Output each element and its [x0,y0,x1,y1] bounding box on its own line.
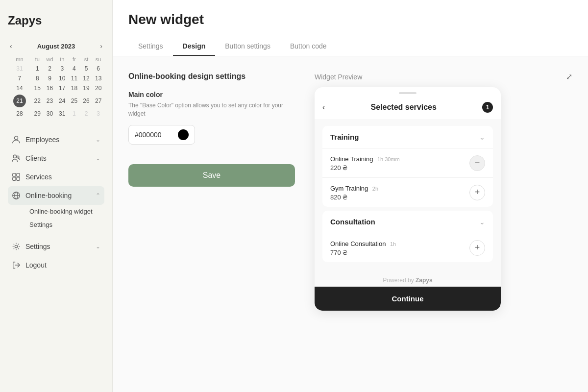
tab-design[interactable]: Design [173,37,216,56]
calendar-day[interactable]: 24 [56,93,68,109]
chevron-down-icon: ⌄ [96,243,100,250]
service-name-row: Online Training 1h 30mm [330,154,400,163]
service-price: 770 ₴ [330,249,396,256]
category-header-training[interactable]: Training ⌄ [322,126,493,148]
category-header-consultation[interactable]: Consultation ⌄ [322,211,493,233]
calendar-day[interactable]: 15 [31,83,44,93]
sidebar-item-services[interactable]: Services [8,168,104,186]
design-panel: Online-booking design settings Main colo… [128,72,295,376]
calendar-day[interactable]: 14 [8,83,31,93]
calendar-day[interactable]: 29 [31,109,44,119]
service-info: Gym Training 2h 820 ₴ [330,184,378,201]
sidebar-item-services-label: Services [25,173,52,181]
calendar-day[interactable]: 3 [56,64,68,74]
widget-back-button[interactable]: ‹ [322,103,325,112]
svg-point-0 [14,136,18,140]
people-icon [12,154,21,163]
widget-handle [315,87,501,97]
color-description: The "Base Color" option allows you to se… [128,101,295,118]
calendar-day[interactable]: 19 [80,83,93,93]
calendar-day[interactable]: 10 [56,74,68,83]
sidebar-item-clients[interactable]: Clients ⌄ [8,149,104,168]
chevron-down-icon: ⌄ [96,136,100,143]
service-name-row: Gym Training 2h [330,184,378,193]
weekday-wd: wd [44,55,56,64]
calendar-day[interactable]: 21 [8,93,31,109]
svg-rect-6 [17,177,20,180]
online-booking-sub-items: Online-booking widget Settings [8,205,104,231]
calendar-day[interactable]: 30 [44,109,56,119]
main-header: New widget Settings Design Button settin… [113,0,588,56]
chevron-down-icon: ⌄ [479,133,485,141]
calendar-day[interactable]: 18 [68,83,80,93]
calendar-day[interactable]: 3 [92,109,104,119]
calendar-day[interactable]: 11 [68,74,80,83]
sidebar-item-logout[interactable]: Logout [8,256,104,274]
sidebar-item-settings-label: Settings [25,243,50,250]
sidebar-item-employees-label: Employees [25,136,59,144]
service-item-gym-training: Gym Training 2h 820 ₴ + [322,177,493,207]
service-category-consultation: Consultation ⌄ Online Consultation 1h 77… [322,211,493,262]
save-button[interactable]: Save [128,164,295,187]
tab-button-settings[interactable]: Button settings [215,37,280,56]
sidebar-sub-item-widget[interactable]: Online-booking widget [25,205,104,218]
color-input[interactable] [135,131,174,139]
color-section: Main color The "Base Color" option allow… [128,91,295,145]
calendar-day[interactable]: 20 [92,83,104,93]
service-add-button[interactable]: + [469,185,485,200]
calendar-day[interactable]: 6 [92,64,104,74]
calendar-day[interactable]: 27 [92,93,104,109]
weekday-tu: tu [31,55,44,64]
calendar-day[interactable]: 16 [44,83,56,93]
service-name-row: Online Consultation 1h [330,239,396,248]
svg-point-1 [13,155,16,158]
widget-continue-button[interactable]: Continue [315,287,501,311]
calendar: ‹ August 2023 › mn tu wd th fr st su 311… [8,41,104,119]
calendar-prev-button[interactable]: ‹ [8,41,14,51]
service-name: Online Training [330,155,373,163]
calendar-day[interactable]: 2 [80,109,93,119]
calendar-day[interactable]: 25 [68,93,80,109]
calendar-day[interactable]: 9 [44,74,56,83]
tab-button-code[interactable]: Button code [280,37,337,56]
calendar-day[interactable]: 1 [31,64,44,74]
widget-mockup: ‹ Selected services 1 Training ⌄ [315,87,501,311]
service-item-online-training: Online Training 1h 30mm 220 ₴ − [322,148,493,177]
preview-label: Widget Preview [315,73,362,81]
color-dot [178,129,189,140]
tab-settings[interactable]: Settings [128,37,173,56]
calendar-day[interactable]: 13 [92,74,104,83]
widget-preview-panel: Widget Preview ⤢ ‹ Selected services 1 T… [315,72,572,376]
sidebar-item-employees[interactable]: Employees ⌄ [8,130,104,149]
sidebar-item-settings[interactable]: Settings ⌄ [8,237,104,256]
service-add-button[interactable]: + [469,240,485,256]
calendar-day[interactable]: 12 [80,74,93,83]
calendar-day[interactable]: 28 [8,109,31,119]
calendar-day[interactable]: 31 [8,64,31,74]
calendar-day[interactable]: 8 [31,74,44,83]
calendar-day[interactable]: 2 [44,64,56,74]
calendar-day[interactable]: 26 [80,93,93,109]
category-name-training: Training [330,133,359,141]
calendar-day[interactable]: 4 [68,64,80,74]
sidebar-item-clients-label: Clients [25,154,47,162]
service-name: Online Consultation [330,240,386,247]
calendar-day[interactable]: 1 [68,109,80,119]
sidebar-item-online-booking-label: Online-booking [25,192,72,199]
svg-rect-5 [13,177,16,180]
service-remove-button[interactable]: − [469,155,485,171]
sidebar-item-online-booking[interactable]: Online-booking ⌃ [8,186,104,205]
calendar-day[interactable]: 23 [44,93,56,109]
service-duration: 1h [390,241,396,247]
calendar-day[interactable]: 5 [80,64,93,74]
service-info: Online Training 1h 30mm 220 ₴ [330,154,400,172]
calendar-day[interactable]: 7 [8,74,31,83]
calendar-day[interactable]: 31 [56,109,68,119]
gear-icon [12,242,21,251]
calendar-day[interactable]: 22 [31,93,44,109]
color-input-row[interactable] [128,125,195,145]
calendar-day[interactable]: 17 [56,83,68,93]
calendar-next-button[interactable]: › [98,41,104,51]
sidebar-sub-item-settings[interactable]: Settings [25,218,104,231]
expand-icon[interactable]: ⤢ [566,72,572,81]
